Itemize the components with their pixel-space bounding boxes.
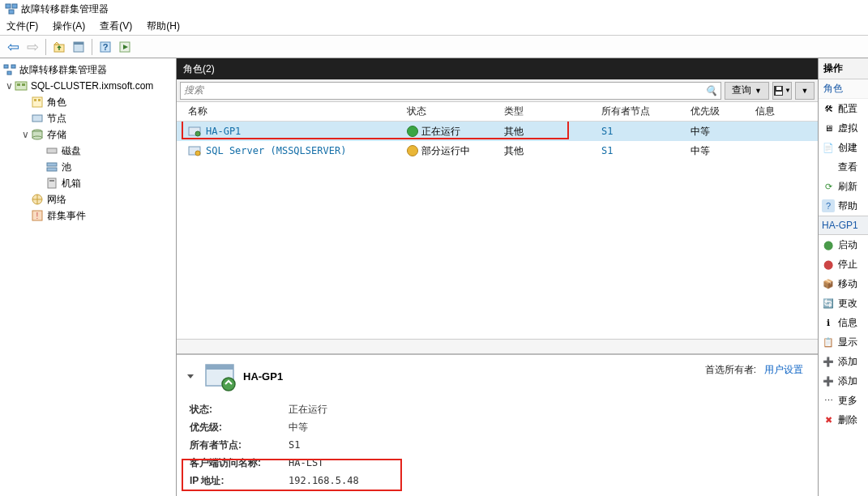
action-more[interactable]: ⋯更多 xyxy=(819,391,868,410)
nav-forward-button[interactable]: ⇨ xyxy=(24,38,41,56)
col-status[interactable]: 状态 xyxy=(404,105,501,118)
kv-ip-k: IP 地址: xyxy=(183,474,289,488)
grid-header: 名称 状态 类型 所有者节点 优先级 信息 xyxy=(177,102,818,122)
tree-disks[interactable]: 磁盘 xyxy=(0,143,176,159)
action-move[interactable]: 📦移动 xyxy=(819,274,868,293)
grid-body: HA-GP1 正在运行 其他 S1 中等 SQL Server (MSSQLSE… xyxy=(177,122,818,160)
refresh-icon: ⟳ xyxy=(822,180,835,193)
action-delete[interactable]: ✖删除 xyxy=(819,410,868,430)
search-icon[interactable]: 🔍 xyxy=(705,85,717,96)
navigation-tree[interactable]: 故障转移群集管理器 ∨ SQL-CLUSTER.ixmsoft.com 角色 节… xyxy=(0,58,177,496)
add-icon: ➕ xyxy=(822,374,835,387)
role-icon xyxy=(188,144,201,157)
start-icon: ⬤ xyxy=(822,238,835,251)
expand-toggle[interactable]: ∨ xyxy=(19,129,31,140)
menu-view[interactable]: 查看(V) xyxy=(100,19,132,33)
menu-action[interactable]: 操作(A) xyxy=(53,19,85,33)
tree-machines[interactable]: 机箱 xyxy=(0,175,176,191)
action-add[interactable]: ➕添加 xyxy=(819,352,868,371)
action-help[interactable]: ?帮助 xyxy=(819,196,868,216)
col-priority[interactable]: 优先级 xyxy=(687,105,752,118)
action-virtual[interactable]: 🖥虚拟 xyxy=(819,118,868,138)
expand-toggle[interactable]: ∨ xyxy=(3,80,15,92)
change-icon: 🔄 xyxy=(822,297,835,310)
table-row[interactable]: HA-GP1 正在运行 其他 S1 中等 xyxy=(177,122,818,141)
status-running-icon xyxy=(407,126,418,137)
roles-header-label: 角色(2) xyxy=(183,62,215,76)
tree-cluster[interactable]: ∨ SQL-CLUSTER.ixmsoft.com xyxy=(0,78,176,94)
more-icon: ⋯ xyxy=(822,394,835,407)
preferred-owner-link[interactable]: 用户设置 xyxy=(764,364,803,375)
menu-file[interactable]: 文件(F) xyxy=(6,19,38,33)
tree-pool[interactable]: 池 xyxy=(0,159,176,175)
tree-network[interactable]: 网络 xyxy=(0,191,176,207)
kv-priority-k: 优先级: xyxy=(183,421,289,434)
col-owner[interactable]: 所有者节点 xyxy=(598,105,687,118)
search-input[interactable]: 搜索 🔍 xyxy=(180,82,721,100)
run-button[interactable] xyxy=(116,38,134,56)
action-view[interactable]: 查看 xyxy=(819,157,868,177)
help-button[interactable]: ? xyxy=(96,38,114,56)
menu-help[interactable]: 帮助(H) xyxy=(147,19,180,33)
action-info[interactable]: ℹ信息 xyxy=(819,313,868,332)
svg-point-22 xyxy=(32,136,42,139)
action-change[interactable]: 🔄更改 xyxy=(819,293,868,313)
row-owner: S1 xyxy=(598,126,687,137)
svg-rect-1 xyxy=(12,4,17,8)
roles-section-header: 角色(2) xyxy=(177,58,818,79)
svg-rect-12 xyxy=(7,71,11,75)
row-name: HA-GP1 xyxy=(206,126,241,137)
tree-machines-label: 机箱 xyxy=(62,177,81,190)
actions-group-header: HA-GP1 xyxy=(819,216,868,235)
svg-point-41 xyxy=(222,378,235,391)
action-show[interactable]: 📋显示 xyxy=(819,332,868,352)
table-row[interactable]: SQL Server (MSSQLSERVER) 部分运行中 其他 S1 中等 xyxy=(177,141,818,160)
search-row: 搜索 🔍 查询 ▼ ▼ ▼ xyxy=(177,79,818,102)
tree-storage[interactable]: ∨ 存储 xyxy=(0,126,176,143)
save-button[interactable]: ▼ xyxy=(772,82,792,100)
nav-back-button[interactable]: ⇦ xyxy=(4,38,22,56)
chevron-down-icon: ▼ xyxy=(755,87,762,95)
row-name: SQL Server (MSSQLSERVER) xyxy=(206,145,346,156)
help-icon: ? xyxy=(822,199,835,212)
properties-button[interactable] xyxy=(70,38,88,56)
action-add-resource[interactable]: ➕添加 xyxy=(819,371,868,391)
cluster-manager-icon xyxy=(3,63,16,76)
preferred-owner: 首选所有者: 用户设置 xyxy=(705,363,803,377)
up-button[interactable] xyxy=(50,38,68,56)
list-options-button[interactable]: ▼ xyxy=(795,82,815,100)
query-button[interactable]: 查询 ▼ xyxy=(725,82,769,100)
svg-rect-23 xyxy=(47,148,57,153)
row-status: 正在运行 xyxy=(421,126,460,137)
row-owner: S1 xyxy=(598,145,687,156)
kv-status-k: 状态: xyxy=(183,403,289,417)
action-stop[interactable]: ⬤停止 xyxy=(819,254,868,274)
horizontal-scrollbar[interactable] xyxy=(177,339,818,353)
action-start[interactable]: ⬤启动 xyxy=(819,235,868,254)
toolbar-separator xyxy=(92,39,92,55)
collapse-button[interactable] xyxy=(183,369,198,383)
tree-roles[interactable]: 角色 xyxy=(0,94,176,110)
svg-rect-25 xyxy=(47,168,57,171)
action-configure[interactable]: 🛠配置 xyxy=(819,99,868,118)
col-info[interactable]: 信息 xyxy=(752,105,818,118)
kv-status-v: 正在运行 xyxy=(289,403,327,417)
svg-rect-0 xyxy=(6,4,11,8)
svg-rect-5 xyxy=(74,42,83,45)
network-icon xyxy=(31,193,44,206)
kv-ip-v: 192.168.5.48 xyxy=(289,475,359,486)
tree-root[interactable]: 故障转移群集管理器 xyxy=(0,62,176,78)
tree-network-label: 网络 xyxy=(47,193,66,207)
col-name[interactable]: 名称 xyxy=(177,105,404,118)
action-create[interactable]: 📄创建 xyxy=(819,138,868,157)
chevron-down-icon: ▼ xyxy=(802,87,809,95)
tree-events[interactable]: ! 群集事件 xyxy=(0,207,176,224)
svg-rect-17 xyxy=(34,99,36,101)
tree-nodes[interactable]: 节点 xyxy=(0,110,176,126)
kv-priority-v: 中等 xyxy=(289,421,308,434)
actions-subheader: 角色 xyxy=(819,79,868,99)
action-refresh[interactable]: ⟳刷新 xyxy=(819,177,868,196)
svg-rect-40 xyxy=(206,365,233,370)
col-type[interactable]: 类型 xyxy=(501,105,598,118)
events-icon: ! xyxy=(31,209,44,222)
